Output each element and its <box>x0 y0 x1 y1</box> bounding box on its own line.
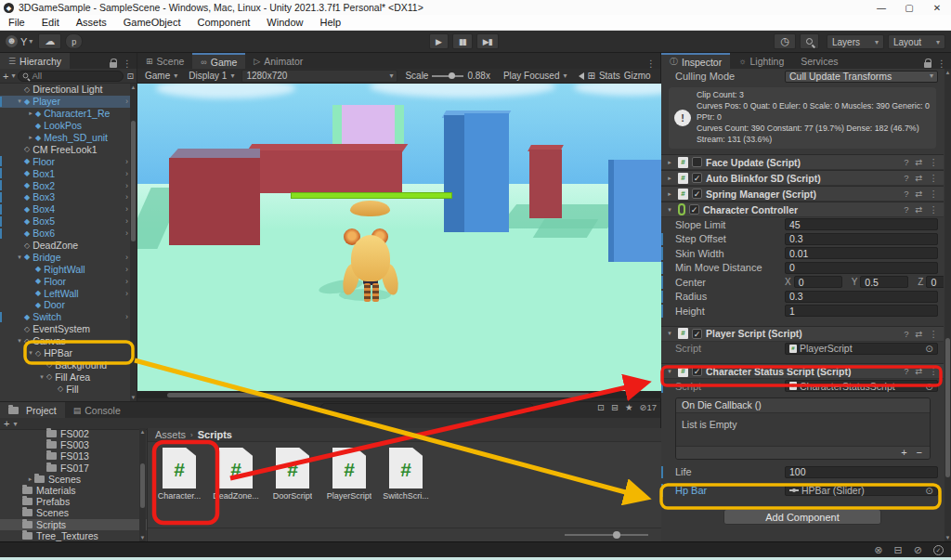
tab-inspector[interactable]: ⓘInspector <box>661 53 730 69</box>
property-field[interactable]: 0.3 <box>785 291 938 303</box>
progress-check-icon[interactable]: ✓ <box>933 545 944 555</box>
gizmos-button[interactable]: Gizmo <box>624 71 651 81</box>
menu-gameobject[interactable]: GameObject <box>115 17 189 28</box>
hierarchy-item-leftwall[interactable]: ◆LeftWall› <box>0 287 137 299</box>
stats-button[interactable]: Stats <box>599 71 620 81</box>
expander-icon[interactable]: ▾ <box>15 98 24 105</box>
object-picker-icon[interactable]: ⊙ <box>925 343 933 354</box>
kebab-menu-icon[interactable]: ⋮ <box>930 366 939 376</box>
kebab-menu-icon[interactable]: ⋮ <box>930 204 939 215</box>
component-character-status-script[interactable]: ▾ # ✓ Character Status Script (Script) ?… <box>661 363 944 379</box>
vector-field-x[interactable]: 0 <box>794 276 842 288</box>
folder-scripts[interactable]: Scripts <box>0 519 147 530</box>
hidden-objects-icon[interactable]: ⊘ <box>914 544 922 556</box>
search-by-type-icon[interactable]: ⊡ <box>597 402 605 412</box>
hierarchy-item-floor[interactable]: ◆Floor› <box>0 275 137 287</box>
component-spring-manager-script-[interactable]: ▸#✓Spring Manager (Script)?⇄⋮ <box>661 186 944 202</box>
menu-file[interactable]: File <box>0 17 33 28</box>
hp-bar-object-field[interactable]: HPBar (Slider)⊙ <box>785 484 938 496</box>
property-field[interactable]: 45 <box>785 218 938 230</box>
kebab-menu-icon[interactable]: ⋮ <box>646 59 656 69</box>
hierarchy-item-lookpos[interactable]: ◆LookPos <box>0 120 137 132</box>
asset-doorscript[interactable]: #DoorScript <box>268 448 317 501</box>
search-filter-icon[interactable]: ⊡ <box>126 72 134 81</box>
mute-audio-icon[interactable] <box>575 72 584 80</box>
menu-component[interactable]: Component <box>189 17 258 28</box>
kebab-menu-icon[interactable]: ⋮ <box>930 173 939 183</box>
tab-project[interactable]: Project <box>0 402 65 418</box>
add-component-button[interactable]: Add Component <box>723 509 881 525</box>
tab-game[interactable]: ∞Game <box>192 53 245 69</box>
scroll-down-icon[interactable]: ▼ <box>130 395 137 400</box>
layers-dropdown[interactable]: Layers▾ <box>827 34 884 49</box>
hierarchy-item-box6[interactable]: ◆Box6› <box>0 228 137 240</box>
layout-dropdown[interactable]: Layout▾ <box>888 34 945 49</box>
hierarchy-item-eventsystem[interactable]: ◇EventSystem <box>0 323 137 335</box>
lock-icon[interactable] <box>924 62 931 68</box>
scroll-up-icon[interactable]: ▲ <box>944 70 951 75</box>
vector-field-y[interactable]: 0.5 <box>860 276 908 288</box>
chevron-down-icon[interactable]: ▾ <box>13 420 17 428</box>
account-name[interactable]: Y <box>20 36 27 47</box>
hierarchy-item-character1-re[interactable]: ▸◆Character1_Re <box>0 108 137 120</box>
asset-deadzone-[interactable]: #DeadZone... <box>212 448 260 501</box>
folder-scrollbar[interactable]: ▲ ▼ <box>139 428 146 541</box>
maximize-button[interactable]: ▢ <box>895 3 923 13</box>
search-button[interactable] <box>800 33 819 49</box>
kebab-menu-icon[interactable]: ⋮ <box>930 157 939 167</box>
prefab-open-arrow-icon[interactable]: › <box>125 157 128 166</box>
culling-mode-dropdown[interactable]: Cull Update Transforms▾ <box>785 71 938 83</box>
remove-callback-button[interactable]: − <box>917 447 922 458</box>
menu-edit[interactable]: Edit <box>33 17 68 28</box>
component-checkbox[interactable] <box>692 157 702 167</box>
hierarchy-item-box5[interactable]: ◆Box5› <box>0 215 137 228</box>
hierarchy-item-directional-light[interactable]: ◇Directional Light <box>0 84 137 96</box>
hierarchy-item-box2[interactable]: ◆Box2› <box>0 179 137 191</box>
property-field[interactable]: 0.3 <box>785 233 938 245</box>
expander-icon[interactable]: ▸ <box>665 190 674 198</box>
scroll-up-icon[interactable]: ▲ <box>139 429 146 435</box>
hierarchy-item-fill-area[interactable]: ▾◇Fill Area <box>0 371 137 383</box>
kebab-menu-icon[interactable]: ⋮ <box>930 329 939 339</box>
kebab-menu-icon[interactable]: ⋮ <box>123 59 132 69</box>
hierarchy-item-background[interactable]: ◇Background <box>0 358 137 371</box>
hierarchy-item-switch[interactable]: ◆Switch› <box>0 311 137 323</box>
prefab-open-arrow-icon[interactable]: › <box>125 265 128 274</box>
asset-character-[interactable]: #Character... <box>155 448 203 501</box>
component-checkbox[interactable]: ✓ <box>692 173 702 183</box>
tab-scene[interactable]: ⊞Scene <box>137 53 192 69</box>
play-button[interactable]: ▶ <box>429 33 449 49</box>
hierarchy-item-bridge[interactable]: ▾◆Bridge› <box>0 251 137 263</box>
hierarchy-item-canvas[interactable]: ▾◇Canvas <box>0 335 137 347</box>
pause-button[interactable]: ▮▮ <box>452 33 473 49</box>
help-icon[interactable]: ? <box>904 366 908 376</box>
presets-icon[interactable]: ⇄ <box>916 204 923 215</box>
menu-assets[interactable]: Assets <box>68 17 115 28</box>
folder-fs017[interactable]: FS017 <box>0 462 147 474</box>
chevron-down-icon[interactable]: ▾ <box>11 72 15 80</box>
package-visibility-icon[interactable]: ⊟ <box>611 402 619 412</box>
hierarchy-item-fill[interactable]: ◇Fill <box>0 383 137 395</box>
hierarchy-item-deadzone[interactable]: ◇DeadZone <box>0 240 137 252</box>
scroll-up-icon[interactable]: ▲ <box>130 85 137 90</box>
scale-slider[interactable] <box>432 75 463 77</box>
expander-icon[interactable]: ▸ <box>26 134 35 141</box>
folder-materials[interactable]: Materials <box>0 485 147 496</box>
folder-prefabs[interactable]: Prefabs <box>0 496 147 507</box>
prefab-open-arrow-icon[interactable]: › <box>125 216 128 226</box>
hierarchy-item-box1[interactable]: ◆Box1› <box>0 167 137 179</box>
step-button[interactable]: ▶▮ <box>476 33 499 49</box>
minimize-button[interactable]: — <box>867 3 895 13</box>
property-field[interactable]: 1 <box>785 305 938 317</box>
prefab-open-arrow-icon[interactable]: › <box>125 204 128 214</box>
undo-history-button[interactable]: ◷ <box>774 33 796 49</box>
game-viewport[interactable] <box>137 84 661 391</box>
component-character-controller[interactable]: ▾✓Character Controller?⇄⋮ <box>661 202 944 217</box>
project-search-input[interactable] <box>320 403 534 413</box>
kebab-menu-icon[interactable]: ⋮ <box>937 59 946 69</box>
expander-icon[interactable]: ▸ <box>665 159 674 166</box>
expander-icon[interactable]: ▾ <box>26 349 35 357</box>
hierarchy-item-floor[interactable]: ◆Floor› <box>0 155 137 167</box>
folder-fs002[interactable]: FS002 <box>0 428 147 439</box>
tab-hierarchy[interactable]: ☰ Hierarchy <box>0 53 70 69</box>
